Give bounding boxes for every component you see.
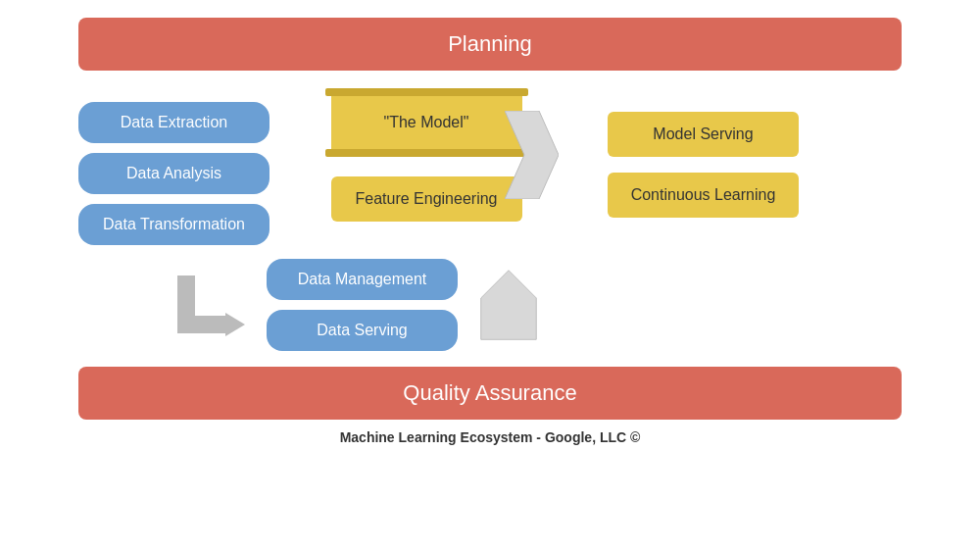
center-column: "The Model" Feature Engineering	[314, 92, 539, 222]
planning-label: Planning	[448, 31, 532, 56]
data-serving-label: Data Serving	[317, 322, 408, 338]
chevron-icon	[505, 111, 559, 199]
svg-marker-1	[225, 313, 245, 336]
qa-label: Quality Assurance	[403, 380, 576, 405]
model-scroll: "The Model"	[331, 92, 522, 153]
planning-bar: Planning	[78, 18, 902, 71]
data-transformation-label: Data Transformation	[103, 216, 245, 232]
data-extraction-label: Data Extraction	[121, 114, 227, 130]
data-management-box: Data Management	[267, 259, 458, 300]
middle-section: Data Extraction Data Analysis Data Trans…	[78, 92, 902, 245]
chevron-arrow-wrap	[505, 111, 559, 203]
house-icon	[469, 266, 548, 344]
data-analysis-label: Data Analysis	[126, 165, 221, 181]
feature-engineering-box: Feature Engineering	[331, 176, 522, 222]
data-analysis-box: Data Analysis	[78, 153, 270, 194]
data-serving-box: Data Serving	[267, 310, 458, 351]
data-extraction-box: Data Extraction	[78, 102, 270, 143]
model-label: "The Model"	[384, 114, 469, 131]
qa-bar: Quality Assurance	[78, 367, 902, 420]
feature-engineering-label: Feature Engineering	[356, 190, 498, 207]
copyright-text: Machine Learning Ecosystem - Google, LLC…	[340, 429, 641, 445]
svg-marker-2	[481, 271, 536, 340]
main-container: Planning Data Extraction Data Analysis D…	[0, 0, 980, 551]
data-management-label: Data Management	[298, 271, 427, 287]
l-arrow-icon	[176, 266, 255, 344]
model-serving-label: Model Serving	[653, 125, 753, 142]
left-column: Data Extraction Data Analysis Data Trans…	[78, 102, 284, 245]
continuous-learning-label: Continuous Learning	[631, 186, 776, 203]
svg-marker-0	[505, 111, 559, 199]
data-transformation-box: Data Transformation	[78, 204, 270, 245]
bottom-section: Data Management Data Serving	[176, 259, 902, 351]
footer: Machine Learning Ecosystem - Google, LLC…	[78, 429, 902, 445]
bottom-blue-column: Data Management Data Serving	[267, 259, 458, 351]
right-column: Model Serving Continuous Learning	[608, 112, 813, 218]
continuous-learning-box: Continuous Learning	[608, 173, 799, 218]
model-serving-box: Model Serving	[608, 112, 799, 157]
